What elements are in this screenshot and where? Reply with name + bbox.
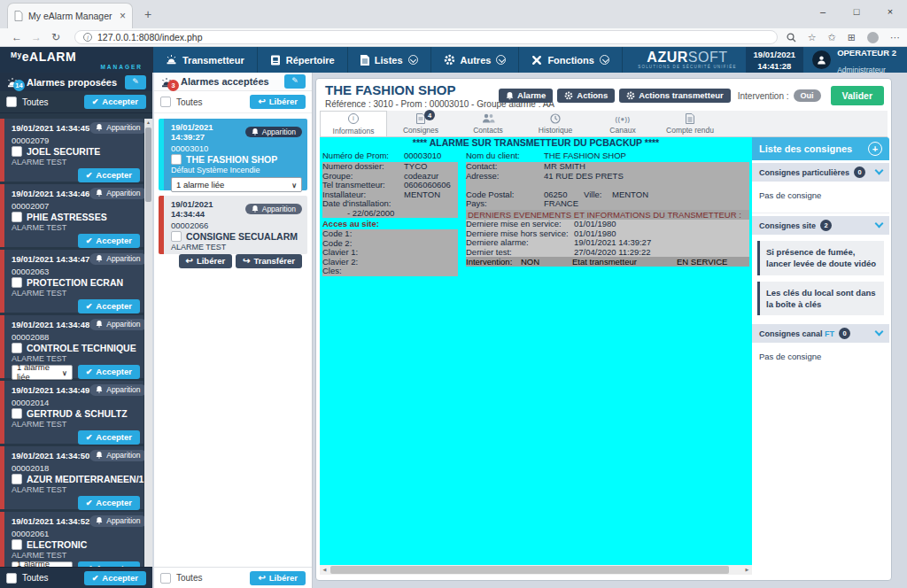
alarm-checkbox[interactable] (171, 231, 182, 242)
accept-button[interactable]: Accepter (78, 430, 140, 445)
tab-label: Canaux (609, 126, 635, 135)
alarm-checkbox[interactable] (12, 343, 22, 353)
window-maximize-button[interactable] (840, 0, 873, 25)
accept-button[interactable]: Accepter (78, 496, 140, 510)
alarm-type: ALARME TEST (12, 551, 140, 560)
accept-all-button[interactable]: Accepter (84, 571, 146, 585)
field-label: Tel transmetteur: (322, 181, 404, 190)
edit-pencil-button[interactable] (284, 74, 306, 89)
current-time: 14:41:28 (757, 61, 791, 71)
horizontal-scrollbar[interactable] (320, 565, 752, 575)
accepted-alarm-card-selected[interactable]: 19/01/2021 14:39:27 Apparition 00003010 … (159, 119, 307, 190)
window-close-button[interactable] (873, 0, 907, 25)
browser-reload-button[interactable] (46, 31, 66, 43)
accept-button[interactable]: Accepter (78, 168, 140, 182)
chevron-down-icon (496, 55, 506, 65)
window-controls (806, 0, 907, 25)
address-bar[interactable]: 127.0.0.1:8080/index.php (74, 30, 778, 44)
accepted-alarm-card[interactable]: 19/01/2021 14:34:44 Apparition 00002066 … (159, 196, 307, 254)
nav-autres[interactable]: Autres (431, 47, 520, 73)
select-all-checkbox[interactable] (6, 97, 17, 107)
browser-profile-avatar[interactable] (867, 32, 879, 43)
tab-historique[interactable]: Historique (522, 111, 589, 136)
nav-fonctions[interactable]: Fonctions (519, 47, 623, 73)
site-info-icon[interactable] (83, 33, 92, 42)
alarm-name: PROTECTION ECRAN (27, 277, 123, 288)
alarm-checkbox[interactable] (12, 146, 22, 157)
scroll-up-arrow[interactable] (144, 119, 152, 127)
browser-tab[interactable]: My eAlarm Manager × (7, 3, 133, 28)
tab-contacts[interactable]: Contacts (454, 111, 522, 136)
browser-menu-icon[interactable] (890, 32, 900, 43)
favorite-star-icon[interactable] (808, 32, 817, 43)
select-all-checkbox[interactable] (160, 97, 171, 107)
accept-button[interactable]: Accepter (78, 299, 140, 313)
edit-pencil-button[interactable] (125, 75, 146, 89)
accept-button[interactable]: Accepter (78, 365, 140, 379)
accepted-alarms-panel: 3 Alarmes acceptées Toutes Libérer 19/01… (154, 73, 313, 588)
nav-repertoire[interactable]: Répertoire (258, 47, 348, 73)
document-icon (360, 55, 369, 66)
release-all-button[interactable]: Libérer (250, 571, 306, 585)
scroll-left-arrow[interactable] (320, 565, 329, 575)
browser-back-button[interactable] (7, 31, 27, 43)
consigne-item[interactable]: Si présence de fumée, lancer levée de do… (757, 241, 884, 275)
tab-consignes[interactable]: 4 Consignes (387, 111, 454, 136)
actions-button[interactable]: Actions (557, 89, 615, 103)
transfer-button[interactable]: Transférer (236, 254, 302, 268)
alarm-card[interactable]: 19/01/2021 14:34:49 Apparition 00002014 … (0, 381, 143, 444)
alarm-card[interactable]: 19/01/2021 14:34:45 Apparition 00002079 … (0, 119, 143, 182)
new-tab-button[interactable] (140, 7, 156, 23)
linked-alarms-select[interactable]: 1 alarme liée (12, 365, 73, 380)
consigne-item[interactable]: Les clés du local sont dans la boîte à c… (757, 282, 884, 316)
section-consignes-canal-ft[interactable]: Consignes canal FT 0 (752, 324, 889, 343)
alarm-checkbox[interactable] (12, 474, 22, 484)
tab-close-icon[interactable]: × (120, 10, 126, 22)
alarm-card[interactable]: 19/01/2021 14:34:47 Apparition 00002063 … (0, 250, 143, 313)
chevron-down-icon (291, 180, 297, 190)
accept-all-button[interactable]: Accepter (84, 95, 146, 109)
section-consignes-particulieres[interactable]: Consignes particulières 0 (752, 163, 889, 182)
tab-informations[interactable]: Informations (320, 111, 387, 136)
valider-button[interactable]: Valider (831, 86, 884, 105)
select-all-checkbox[interactable] (160, 573, 171, 584)
alarm-card[interactable]: 19/01/2021 14:34:46 Apparition 00002007 … (0, 184, 143, 247)
scrollbar-thumb[interactable] (330, 566, 729, 574)
alarm-checkbox[interactable] (171, 154, 182, 165)
alarm-checkbox[interactable] (12, 539, 22, 550)
accept-button[interactable]: Accepter (78, 234, 140, 248)
apparition-badge: Apparition (245, 204, 302, 215)
alarme-button[interactable]: Alarme (499, 89, 553, 103)
scroll-right-arrow[interactable] (742, 565, 752, 575)
favorites-bar-icon[interactable] (828, 32, 836, 43)
collections-icon[interactable] (848, 32, 856, 43)
browser-forward-button[interactable] (27, 31, 46, 43)
alarm-card[interactable]: 19/01/2021 14:34:48 Apparition 00002088 … (0, 315, 143, 378)
alarm-checkbox[interactable] (12, 277, 22, 288)
search-icon[interactable] (787, 33, 796, 43)
user-menu[interactable]: OPERATEUR 2 Administrateur (803, 47, 907, 73)
tab-canaux[interactable]: Canaux (589, 111, 656, 136)
tab-compte-rendu[interactable]: Compte rendu (656, 111, 724, 136)
release-all-button[interactable]: Libérer (250, 95, 306, 109)
field-label: Code 1: (322, 229, 404, 239)
nav-transmetteur[interactable]: Transmetteur (153, 47, 258, 73)
browser-tab-title: My eAlarm Manager (28, 11, 114, 21)
scrollbar-thumb[interactable] (145, 128, 151, 202)
select-all-checkbox[interactable] (6, 573, 17, 584)
client-name-title: THE FASHION SHOP (325, 82, 456, 97)
window-minimize-button[interactable] (806, 0, 840, 25)
proposed-scrollbar[interactable] (144, 119, 152, 567)
add-consigne-icon[interactable] (868, 142, 882, 156)
alarm-id: 00002007 (12, 201, 140, 211)
field-value: MR SMITH (544, 162, 585, 172)
release-button[interactable]: Libérer (179, 254, 233, 268)
alarm-checkbox[interactable] (12, 212, 22, 222)
alarm-card[interactable]: 19/01/2021 14:34:52 Apparition 00002061 … (0, 512, 143, 567)
nav-listes[interactable]: Listes (348, 47, 431, 73)
alarm-checkbox[interactable] (12, 408, 22, 419)
linked-alarms-select[interactable]: 1 alarme liée (171, 177, 302, 192)
alarm-card[interactable]: 19/01/2021 14:34:50 Apparition 00002018 … (0, 446, 143, 509)
section-consignes-site[interactable]: Consignes site 2 (752, 216, 889, 235)
actions-transmetteur-button[interactable]: Actions transmetteur (619, 89, 731, 103)
